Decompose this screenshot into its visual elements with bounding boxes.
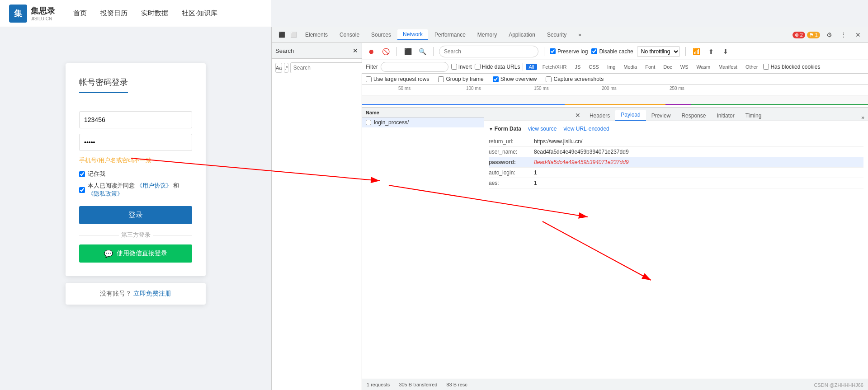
- tab-console[interactable]: Console: [334, 30, 365, 40]
- filter-type-wasm[interactable]: Wasm: [694, 64, 713, 70]
- login-title: 帐号密码登录: [79, 77, 128, 93]
- nav-home[interactable]: 首页: [73, 9, 87, 18]
- timeline-marker-250: 250 ms: [670, 86, 684, 91]
- user-agreement-link[interactable]: 《用户协议》: [137, 182, 172, 189]
- detail-close-icon[interactable]: ✕: [575, 112, 580, 119]
- tab-preview[interactable]: Preview: [646, 111, 676, 121]
- row-checkbox[interactable]: [366, 120, 371, 125]
- show-overview-checkbox[interactable]: [493, 76, 499, 82]
- nav-investment[interactable]: 投资日历: [100, 9, 127, 18]
- filter-type-all[interactable]: All: [526, 64, 537, 70]
- register-link[interactable]: 立即免费注册: [133, 290, 171, 297]
- capture-screenshots-checkbox[interactable]: [546, 76, 552, 82]
- table-row[interactable]: login_process/: [362, 117, 484, 127]
- detail-content: Form Data view source view URL-encoded r…: [484, 121, 868, 379]
- filter-type-manifest[interactable]: Manifest: [716, 64, 740, 70]
- logo-sub-text: JISILU.CN: [31, 16, 55, 21]
- main-nav: 首页 投资日历 实时数据 社区·知识库: [73, 9, 217, 18]
- upload-icon[interactable]: ⬆: [706, 46, 717, 57]
- has-blocked-cookies-label[interactable]: Has blocked cookies: [763, 64, 820, 70]
- record-button[interactable]: ⏺: [366, 46, 377, 57]
- view-source-link[interactable]: view source: [528, 126, 557, 132]
- filter-input[interactable]: [381, 62, 448, 72]
- use-large-rows-label[interactable]: Use large request rows: [366, 76, 429, 82]
- nav-community[interactable]: 社区·知识库: [182, 9, 217, 18]
- invert-checkbox[interactable]: [451, 64, 457, 70]
- timeline-ruler: 50 ms 100 ms 150 ms 200 ms 250 ms: [362, 85, 868, 94]
- form-key-username: user_name:: [489, 149, 534, 155]
- preserve-log-label[interactable]: Preserve log: [550, 48, 588, 55]
- tab-performance[interactable]: Performance: [429, 30, 471, 40]
- error-badge[interactable]: ⊗ 2: [793, 32, 805, 38]
- group-by-frame-checkbox[interactable]: [438, 76, 444, 82]
- warning-badge[interactable]: ⚑ 1: [807, 32, 820, 38]
- more-options-icon[interactable]: ⋮: [838, 29, 849, 40]
- tab-security[interactable]: Security: [542, 30, 572, 40]
- form-row-auto-login: auto_login: 1: [489, 168, 863, 178]
- show-overview-label[interactable]: Show overview: [493, 76, 537, 82]
- login-button[interactable]: 登录: [79, 206, 192, 224]
- hide-data-urls-label[interactable]: Hide data URLs: [475, 64, 520, 70]
- capture-screenshots-label[interactable]: Capture screenshots: [546, 76, 604, 82]
- close-devtools-icon[interactable]: ✕: [853, 29, 863, 40]
- search-button[interactable]: 🔍: [417, 46, 428, 57]
- form-value-password: 8ead4fa5dc4e49e459b394071e237dd9: [534, 159, 629, 165]
- username-input[interactable]: [79, 111, 192, 128]
- form-row-return-url: return_url: https://www.jisilu.cn/: [489, 136, 863, 147]
- network-search-input[interactable]: [439, 46, 538, 57]
- settings-icon[interactable]: ⚙: [824, 29, 835, 40]
- filter-type-font[interactable]: Font: [642, 64, 658, 70]
- filter-button[interactable]: ⬛: [402, 46, 413, 57]
- search-panel-input[interactable]: [290, 62, 364, 73]
- password-input[interactable]: [79, 134, 192, 151]
- filter-type-img[interactable]: Img: [604, 64, 618, 70]
- dock-icon[interactable]: ⬛: [276, 29, 287, 40]
- disable-cache-checkbox[interactable]: [591, 48, 597, 54]
- clear-button[interactable]: 🚫: [380, 46, 391, 57]
- filter-type-fetch[interactable]: Fetch/XHR: [540, 64, 570, 70]
- filter-type-js[interactable]: JS: [572, 64, 583, 70]
- has-blocked-cookies-checkbox[interactable]: [763, 64, 769, 70]
- hide-data-urls-checkbox[interactable]: [475, 64, 481, 70]
- privacy-policy-link[interactable]: 《隐私政策》: [88, 190, 123, 197]
- tab-response[interactable]: Response: [676, 111, 711, 121]
- name-column: Name login_process/: [362, 108, 484, 379]
- filter-type-media[interactable]: Media: [621, 64, 640, 70]
- tab-network[interactable]: Network: [397, 29, 428, 40]
- download-icon[interactable]: ⬇: [720, 46, 731, 57]
- tab-more[interactable]: »: [573, 30, 587, 40]
- preserve-log-checkbox[interactable]: [550, 48, 556, 54]
- filter-type-doc[interactable]: Doc: [660, 64, 675, 70]
- filter-type-ws[interactable]: WS: [678, 64, 691, 70]
- view-url-encoded-link[interactable]: view URL-encoded: [563, 126, 609, 132]
- tab-timing[interactable]: Timing: [740, 111, 767, 121]
- search-close-icon[interactable]: ✕: [353, 47, 358, 54]
- agree-row: 本人已阅读并同意 《用户协议》 和 《隐私政策》: [79, 182, 192, 198]
- remember-checkbox[interactable]: [79, 171, 85, 177]
- options-bar: Use large request rows Group by frame Sh…: [362, 74, 868, 85]
- tab-headers[interactable]: Headers: [584, 111, 615, 121]
- filter-type-css[interactable]: CSS: [586, 64, 602, 70]
- tab-sources[interactable]: Sources: [366, 30, 396, 40]
- dock-side-icon[interactable]: ⬜: [288, 29, 299, 40]
- search-regex-button[interactable]: .*: [284, 63, 288, 73]
- detail-more-icon[interactable]: »: [858, 114, 868, 121]
- detail-tab-bar: ✕ Headers Payload Preview Response Initi…: [484, 108, 868, 121]
- group-by-frame-label[interactable]: Group by frame: [438, 76, 483, 82]
- tab-initiator[interactable]: Initiator: [711, 111, 740, 121]
- remember-label: 记住我: [88, 170, 105, 178]
- disable-cache-label[interactable]: Disable cache: [591, 48, 633, 55]
- tab-memory[interactable]: Memory: [472, 30, 502, 40]
- nav-realtime[interactable]: 实时数据: [141, 9, 168, 18]
- search-aa-button[interactable]: Aa: [275, 63, 282, 73]
- wechat-login-button[interactable]: 💬 使用微信直接登录: [79, 244, 192, 263]
- filter-type-other[interactable]: Other: [743, 64, 761, 70]
- throttle-select[interactable]: No throttling: [637, 46, 680, 57]
- agree-checkbox[interactable]: [79, 187, 85, 193]
- tab-application[interactable]: Application: [503, 30, 541, 40]
- invert-checkbox-label[interactable]: Invert: [451, 64, 472, 70]
- tab-payload[interactable]: Payload: [615, 110, 646, 121]
- wifi-icon[interactable]: 📶: [691, 46, 702, 57]
- use-large-rows-checkbox[interactable]: [366, 76, 372, 82]
- tab-elements[interactable]: Elements: [300, 30, 333, 40]
